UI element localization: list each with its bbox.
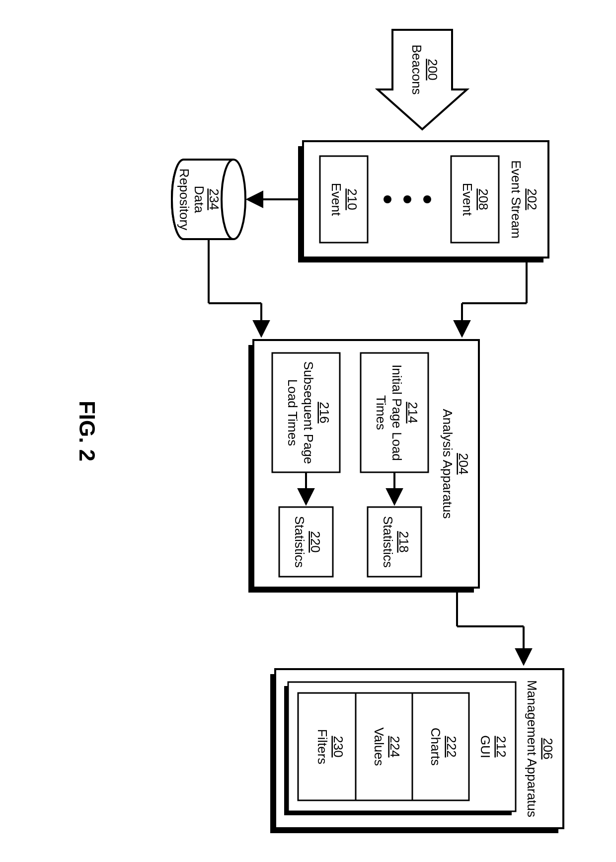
- ellipsis-dot: [423, 195, 431, 203]
- svg-text:202: 202: [525, 188, 539, 210]
- event-stream-label: Event Stream: [509, 160, 524, 239]
- svg-text:234: 234: [207, 188, 222, 210]
- filters-label: Filters: [315, 729, 330, 765]
- svg-text:212: 212: [494, 736, 509, 757]
- event-num-1: 210: [345, 188, 360, 210]
- svg-text:220: 220: [308, 531, 323, 552]
- stats-num-0: 218: [396, 531, 411, 552]
- charts-label: Charts: [428, 728, 443, 766]
- svg-text:206: 206: [540, 738, 555, 759]
- analysis-num: 204: [456, 453, 471, 474]
- data-repo-num: 234: [207, 188, 222, 210]
- mgmt-num: 206: [540, 738, 555, 759]
- svg-text:216: 216: [317, 402, 332, 423]
- values-num: 224: [387, 736, 402, 757]
- beacons-label: Beacons: [409, 44, 424, 94]
- stats-label-0: Statistics: [381, 516, 395, 568]
- event-box: [451, 156, 499, 243]
- stats-num-1: 220: [308, 531, 323, 552]
- subsequent-load-label2: Load Times: [285, 379, 300, 446]
- svg-point-7: [222, 160, 245, 239]
- management-apparatus-box: 206 Management Apparatus 212 GUI 222 Cha…: [270, 669, 563, 833]
- svg-text:222: 222: [444, 736, 459, 757]
- event-stream-num: 202: [525, 188, 539, 210]
- gui-num: 212: [494, 736, 509, 757]
- svg-text:210: 210: [345, 188, 360, 210]
- svg-text:224: 224: [387, 736, 402, 757]
- data-repository: 234 Data Repository: [172, 160, 245, 239]
- subsequent-load-label1: Subsequent Page: [301, 361, 316, 464]
- filters-num: 230: [331, 736, 346, 757]
- stats-label-1: Statistics: [292, 516, 307, 568]
- analysis-apparatus-box: 204 Analysis Apparatus 214 Initial Page …: [248, 340, 479, 593]
- gui-label: GUI: [478, 735, 493, 758]
- svg-text:200: 200: [425, 59, 440, 80]
- values-label: Values: [372, 727, 386, 766]
- figure-caption: FIG. 2: [75, 401, 99, 461]
- charts-num: 222: [444, 736, 459, 757]
- beacons-num: 200: [425, 59, 440, 80]
- initial-load-label2: Times: [374, 395, 388, 430]
- event-num-0: 208: [476, 188, 491, 210]
- svg-text:204: 204: [456, 453, 471, 474]
- data-repo-label2: Repository: [177, 169, 192, 230]
- ellipsis-dot: [403, 195, 411, 203]
- svg-text:208: 208: [476, 188, 491, 210]
- initial-load-label1: Initial Page Load: [389, 364, 404, 461]
- ellipsis-dot: [384, 195, 391, 203]
- mgmt-label: Management Apparatus: [525, 680, 539, 817]
- subsequent-load-num: 216: [317, 402, 332, 423]
- initial-load-num: 214: [405, 402, 420, 423]
- svg-text:218: 218: [396, 531, 411, 552]
- data-repo-label1: Data: [192, 186, 207, 213]
- diagram-svg: 200 Beacons 202 Event Stream 208 Event 2…: [0, 0, 616, 862]
- event-label-1: Event: [329, 183, 344, 216]
- event-label-0: Event: [460, 183, 475, 216]
- svg-text:214: 214: [405, 402, 420, 423]
- beacons-arrow: 200 Beacons: [378, 30, 467, 129]
- event-stream-box: 202 Event Stream 208 Event 210 Event: [298, 141, 548, 262]
- event-box: [320, 156, 368, 243]
- diagram-stage: 200 Beacons 202 Event Stream 208 Event 2…: [0, 0, 616, 862]
- svg-text:230: 230: [331, 736, 346, 757]
- analysis-label: Analysis Apparatus: [440, 409, 455, 518]
